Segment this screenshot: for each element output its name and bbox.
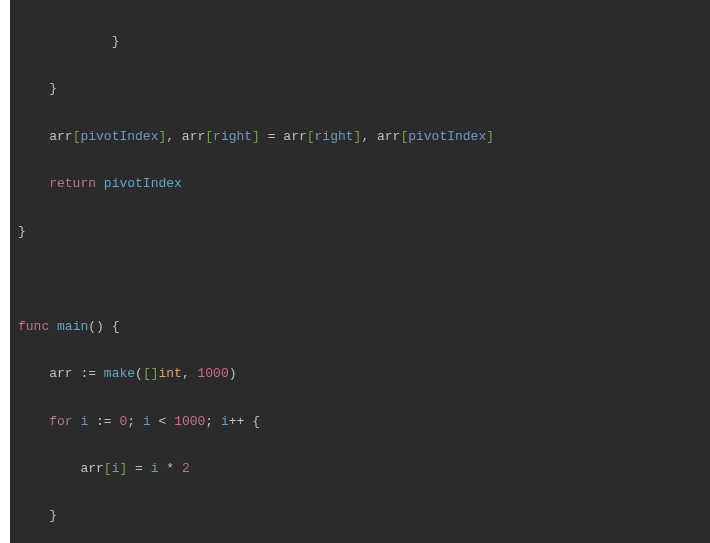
token: [ [104, 461, 112, 476]
token: right [213, 129, 252, 144]
token: ] [252, 129, 260, 144]
code-line[interactable]: } [18, 34, 119, 49]
indent [18, 366, 49, 381]
token: * [158, 461, 181, 476]
token [96, 366, 104, 381]
code-line[interactable]: } [18, 508, 57, 523]
token: arr [80, 461, 103, 476]
token: := [80, 366, 96, 381]
token: { [244, 414, 260, 429]
token: ; [205, 414, 221, 429]
code-line[interactable]: arr := make([]int, 1000) [18, 366, 237, 381]
token [49, 319, 57, 334]
indent [18, 508, 49, 523]
token: = arr [260, 129, 307, 144]
token: arr [49, 366, 80, 381]
token [96, 176, 104, 191]
token: 1000 [198, 366, 229, 381]
code-line[interactable]: for i := 0; i < 1000; i++ { [18, 414, 260, 429]
code-line[interactable]: func main() { [18, 319, 119, 334]
token: = [127, 461, 150, 476]
token: ) [229, 366, 237, 381]
token: for [49, 414, 72, 429]
token: , [182, 366, 198, 381]
token [18, 271, 26, 286]
token: make [104, 366, 135, 381]
token: , arr [166, 129, 205, 144]
token: ; [127, 414, 143, 429]
token: func [18, 319, 49, 334]
editor-wrap: } } arr[pivotIndex], arr[right] = arr[ri… [0, 0, 710, 543]
token: [ [205, 129, 213, 144]
indent [18, 34, 112, 49]
token: main [57, 319, 88, 334]
token: pivotIndex [80, 129, 158, 144]
token: arr [49, 129, 72, 144]
token: pivotIndex [104, 176, 182, 191]
token: ( [135, 366, 143, 381]
indent [18, 414, 49, 429]
token: , arr [361, 129, 400, 144]
code-area[interactable]: } } arr[pivotIndex], arr[right] = arr[ri… [10, 0, 710, 543]
editor-gutter [0, 0, 10, 543]
code-block[interactable]: } } arr[pivotIndex], arr[right] = arr[ri… [18, 18, 702, 540]
token: pivotIndex [408, 129, 486, 144]
token: } [49, 508, 57, 523]
indent [18, 129, 49, 144]
token: () { [88, 319, 119, 334]
token: := [96, 414, 112, 429]
code-line[interactable]: arr[pivotIndex], arr[right] = arr[right]… [18, 129, 494, 144]
token: i [143, 414, 151, 429]
token: 2 [182, 461, 190, 476]
indent [18, 461, 80, 476]
token: right [315, 129, 354, 144]
token: [] [143, 366, 159, 381]
token: < [151, 414, 174, 429]
token [88, 414, 96, 429]
code-line[interactable]: } [18, 81, 57, 96]
indent [18, 81, 49, 96]
token: ++ [229, 414, 245, 429]
code-line[interactable]: arr[i] = i * 2 [18, 461, 190, 476]
token: } [112, 34, 120, 49]
token: } [18, 224, 26, 239]
code-line[interactable]: return pivotIndex [18, 176, 182, 191]
code-line[interactable] [18, 271, 26, 286]
token: return [49, 176, 96, 191]
token: } [49, 81, 57, 96]
token: int [159, 366, 182, 381]
indent [18, 176, 49, 191]
token: [ [307, 129, 315, 144]
code-line[interactable]: } [18, 224, 26, 239]
token: 1000 [174, 414, 205, 429]
token: i [221, 414, 229, 429]
token: ] [486, 129, 494, 144]
